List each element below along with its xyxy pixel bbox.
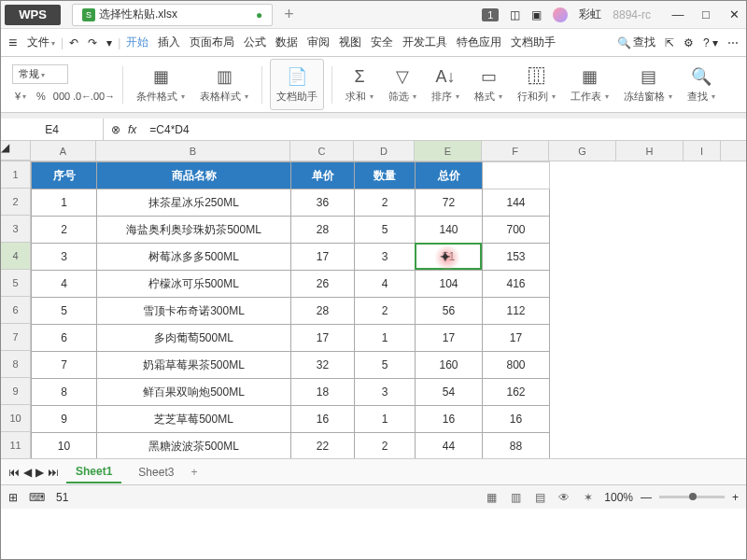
tab-insert[interactable]: 插入 — [154, 32, 184, 53]
currency-icon[interactable]: ¥ — [12, 88, 29, 105]
cell[interactable]: 1 — [355, 406, 416, 433]
table-style-button[interactable]: ▥表格样式 — [194, 65, 254, 104]
row-header-1[interactable]: 1 — [1, 161, 31, 189]
row-header-2[interactable]: 2 — [1, 189, 31, 216]
doc-helper-button[interactable]: 📄文档助手 — [270, 59, 324, 110]
sheet-nav-prev-icon[interactable]: ◀ — [23, 466, 32, 479]
name-box[interactable]: E4 — [1, 119, 104, 140]
cell[interactable]: 芝芝草莓500ML — [97, 406, 291, 433]
cell[interactable]: 140 — [416, 217, 483, 244]
row-header-11[interactable]: 11 — [1, 432, 31, 458]
cell[interactable]: 28 — [291, 217, 355, 244]
cell[interactable]: 51 — [416, 244, 483, 271]
cell[interactable]: 17 — [483, 325, 550, 352]
cell[interactable]: 700 — [483, 217, 550, 244]
minimize-button[interactable]: — — [669, 7, 686, 21]
cell[interactable]: 树莓冰多多500ML — [97, 244, 291, 271]
cell[interactable]: 雪顶卡布奇诺300ML — [97, 298, 291, 325]
row-header-7[interactable]: 7 — [1, 324, 31, 351]
cell[interactable]: 112 — [483, 298, 550, 325]
row-header-5[interactable]: 5 — [1, 270, 31, 297]
col-header-F[interactable]: F — [482, 141, 549, 161]
cell[interactable]: 奶霜草莓果茶500ML — [97, 352, 291, 379]
formula-input[interactable]: =C4*D4 — [144, 123, 746, 136]
sheet-nav-first-icon[interactable]: ⏮ — [8, 466, 20, 479]
sheet-tab-3[interactable]: Sheet3 — [129, 462, 183, 483]
cell[interactable]: 2 — [32, 217, 97, 244]
input-mode-icon[interactable]: ⌨ — [29, 491, 45, 504]
new-tab-button[interactable]: + — [284, 5, 294, 24]
cell[interactable]: 5 — [32, 298, 97, 325]
row-header-8[interactable]: 8 — [1, 351, 31, 378]
zoom-slider[interactable] — [659, 496, 725, 498]
filter-button[interactable]: ▽筛选 — [383, 65, 422, 104]
table-header[interactable]: 商品名称 — [97, 162, 291, 189]
cell[interactable]: 鲜百果双响炮500ML — [97, 379, 291, 406]
table-header[interactable]: 总价 — [416, 162, 483, 189]
cell[interactable]: 32 — [291, 352, 355, 379]
find-button[interactable]: 🔍查找 — [682, 65, 721, 104]
zoom-in-button[interactable]: + — [732, 491, 739, 504]
view-focus-icon[interactable]: ✶ — [580, 489, 597, 506]
cell[interactable]: 88 — [483, 433, 550, 459]
cell[interactable]: 144 — [483, 189, 550, 217]
cell[interactable]: 4 — [32, 271, 97, 298]
number-format-select[interactable]: 常规 — [12, 64, 68, 84]
sheet-nav-last-icon[interactable]: ⏭ — [48, 466, 59, 479]
close-button[interactable]: ✕ — [726, 7, 742, 21]
decrease-decimal-icon[interactable]: .0← — [74, 88, 91, 105]
cell[interactable]: 416 — [483, 271, 550, 298]
cell[interactable]: 5 — [355, 352, 416, 379]
file-menu[interactable]: 文件 — [23, 32, 59, 53]
qat-dropdown-icon[interactable]: ▾ — [103, 36, 116, 49]
cell[interactable]: 3 — [32, 244, 97, 271]
cell[interactable]: 5 — [355, 217, 416, 244]
row-header-4[interactable]: 4 — [1, 243, 31, 270]
cell[interactable] — [483, 162, 550, 189]
sum-button[interactable]: Σ求和 — [340, 65, 379, 104]
cell[interactable]: 9 — [32, 406, 97, 433]
tab-special[interactable]: 特色应用 — [453, 32, 505, 53]
format-button[interactable]: ▭格式 — [469, 65, 508, 104]
cell[interactable]: 72 — [416, 189, 483, 217]
increase-decimal-icon[interactable]: .00→ — [94, 88, 111, 105]
cell[interactable]: 16 — [291, 406, 355, 433]
col-header-G[interactable]: G — [549, 141, 616, 161]
cell[interactable]: 17 — [291, 244, 355, 271]
percent-icon[interactable]: % — [33, 88, 49, 105]
cell[interactable]: 8 — [32, 379, 97, 406]
cell[interactable]: 1 — [32, 189, 97, 217]
cell[interactable]: 17 — [291, 325, 355, 352]
maximize-button[interactable]: □ — [698, 7, 714, 21]
col-header-I[interactable]: I — [684, 141, 721, 161]
tab-security[interactable]: 安全 — [367, 32, 397, 53]
table-header[interactable]: 序号 — [32, 162, 97, 189]
cell[interactable]: 10 — [32, 433, 97, 459]
tab-formula[interactable]: 公式 — [240, 32, 270, 53]
cell[interactable]: 54 — [416, 379, 483, 406]
cell[interactable]: 7 — [32, 352, 97, 379]
redo-icon[interactable]: ↷ — [84, 36, 101, 49]
hamburger-icon[interactable] — [8, 35, 21, 51]
settings-icon[interactable]: ⚙ — [684, 36, 694, 49]
cell[interactable]: 28 — [291, 298, 355, 325]
view-normal-icon[interactable]: ▦ — [483, 489, 500, 506]
cell[interactable]: 18 — [291, 379, 355, 406]
zoom-label[interactable]: 100% — [604, 491, 633, 504]
tab-page-layout[interactable]: 页面布局 — [186, 32, 238, 53]
help-icon[interactable]: ? ▾ — [703, 36, 718, 49]
cell[interactable]: 16 — [416, 406, 483, 433]
zoom-out-button[interactable]: — — [641, 491, 652, 504]
cell[interactable]: 3 — [355, 244, 416, 271]
cell[interactable]: 海盐奥利奥珍珠奶茶500ML — [97, 217, 291, 244]
search-button[interactable]: 🔍 查找 — [617, 35, 655, 50]
cell[interactable]: 3 — [355, 379, 416, 406]
more-icon[interactable]: ⋯ — [727, 36, 739, 49]
undo-icon[interactable]: ↶ — [65, 36, 82, 49]
tab-view[interactable]: 视图 — [335, 32, 365, 53]
col-header-B[interactable]: B — [96, 141, 290, 161]
tab-doc-helper[interactable]: 文档助手 — [507, 32, 559, 53]
freeze-button[interactable]: ▤冻结窗格 — [618, 65, 678, 104]
status-mode-icon[interactable]: ⊞ — [8, 491, 18, 504]
cell[interactable]: 36 — [291, 189, 355, 217]
